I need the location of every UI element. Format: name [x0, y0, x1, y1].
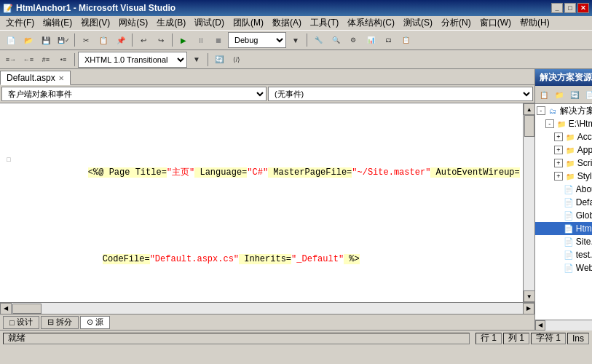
tree-solution-root[interactable]: - 🗂 解决方案'HtmlAnchor1'(1	[535, 104, 592, 117]
scroll-right-button[interactable]: ▶	[523, 303, 534, 314]
object-dropdown[interactable]: 客户端对象和事件	[1, 87, 267, 101]
menu-edit[interactable]: 编辑(E)	[39, 15, 76, 31]
menu-file[interactable]: 文件(F)	[1, 15, 39, 31]
menu-tools[interactable]: 工具(T)	[306, 15, 343, 31]
menu-build[interactable]: 生成(B)	[152, 15, 190, 31]
tree-expand-appdata[interactable]: +	[554, 146, 563, 154]
stop-button[interactable]: ⏹	[210, 32, 226, 48]
minimize-button[interactable]: _	[551, 3, 563, 13]
debug-mode-dropdown[interactable]: Debug	[228, 32, 286, 48]
sol-showfiles-button[interactable]: 📁	[552, 87, 567, 102]
ol-button[interactable]: #≡	[38, 52, 54, 68]
tree-item-account[interactable]: + 📁 Account	[535, 130, 592, 143]
doctype-dropdown[interactable]: XHTML 1.0 Transitional	[78, 52, 187, 68]
vertical-scrollbar[interactable]: ▲ ▼	[523, 103, 534, 302]
tree-project-root[interactable]: - 📁 E:\HtmlAnchor1\	[535, 117, 592, 130]
outdent-button[interactable]: ←≡	[20, 52, 36, 68]
menu-website[interactable]: 网站(S)	[114, 15, 152, 31]
source-view-button[interactable]: ⊙ 源	[80, 316, 110, 329]
code-btn[interactable]: ⟨/⟩	[229, 52, 245, 68]
scroll-track[interactable]	[524, 115, 534, 290]
indent-button[interactable]: ≡→	[3, 52, 19, 68]
h-scroll-track[interactable]	[12, 303, 523, 314]
menu-window[interactable]: 窗口(W)	[475, 15, 516, 31]
sol-properties-button[interactable]: 📋	[537, 87, 551, 102]
sol-scroll-left[interactable]: ◀	[535, 320, 545, 331]
h-scroll-thumb[interactable]	[12, 304, 42, 314]
doctype-arrow[interactable]: ▼	[189, 52, 205, 68]
pause-button[interactable]: ⏸	[193, 32, 209, 48]
save-button[interactable]: 💾	[38, 32, 54, 48]
tree-expand-styles[interactable]: +	[554, 172, 563, 181]
split-view-button[interactable]: ⊟ 拆分	[41, 316, 79, 329]
tree-item-htmlanchor[interactable]: 📄 HtmlAnchor1.aspx	[535, 222, 592, 235]
solution-tree[interactable]: - 🗂 解决方案'HtmlAnchor1'(1 - 📁 E:\HtmlAncho…	[535, 104, 592, 320]
tree-item-default[interactable]: 📄 Default.aspx	[535, 196, 592, 209]
tree-item-scripts[interactable]: + 📁 Scripts	[535, 157, 592, 170]
tb-extra6[interactable]: 📋	[398, 32, 414, 48]
tree-item-test[interactable]: 📄 test.aspx	[535, 248, 592, 261]
refresh-button[interactable]: 🔄	[211, 52, 227, 68]
tb-extra2[interactable]: 🔍	[328, 32, 344, 48]
view-bar: □ 设计 ⊟ 拆分 ⊙ 源	[0, 314, 534, 330]
sol-h-track[interactable]	[545, 320, 592, 331]
scroll-up-button[interactable]: ▲	[524, 103, 534, 115]
tree-item-global[interactable]: 📄 Global.asax	[535, 209, 592, 222]
menu-data[interactable]: 数据(A)	[268, 15, 306, 31]
event-dropdown[interactable]: (无事件)	[268, 87, 533, 101]
tb-extra3[interactable]: ⚙	[345, 32, 361, 48]
solution-h-scrollbar[interactable]: ◀ ▶	[535, 320, 592, 330]
design-view-button[interactable]: □ 设计	[3, 316, 39, 329]
solution-toolbar: 📋 📁 🔄 📄	[535, 86, 592, 104]
tb-extra5[interactable]: 🗂	[380, 32, 396, 48]
tab-default-aspx[interactable]: Default.aspx ✕	[0, 71, 71, 85]
line-expand[interactable]: □	[3, 154, 15, 167]
new-button[interactable]: 📄	[3, 32, 19, 48]
sol-refresh-button[interactable]: 🔄	[567, 87, 582, 102]
code-editor[interactable]: □ <%@ Page Title="主页" Language="C#" Mast…	[0, 103, 523, 302]
close-button[interactable]: ✕	[577, 3, 589, 13]
sol-nested-button[interactable]: 📄	[583, 87, 592, 102]
tree-item-label-global: Global.asax	[576, 210, 592, 221]
paste-button[interactable]: 📌	[113, 32, 129, 48]
tree-item-appdata[interactable]: + 📁 App_Data	[535, 143, 592, 157]
tb-extra4[interactable]: 📊	[363, 32, 379, 48]
file-icon-global: 📄	[563, 210, 575, 221]
tree-expand-project[interactable]: -	[545, 119, 554, 128]
dropdown-arrow[interactable]: ▼	[288, 32, 304, 48]
menu-test[interactable]: 测试(S)	[399, 15, 437, 31]
menu-debug[interactable]: 调试(D)	[190, 15, 229, 31]
menu-view[interactable]: 视图(V)	[76, 15, 114, 31]
menu-analyze[interactable]: 分析(N)	[437, 15, 475, 31]
cut-button[interactable]: ✂	[78, 32, 94, 48]
tree-item-sitemaster[interactable]: 📄 Site.master	[535, 235, 592, 248]
tb-extra1[interactable]: 🔧	[310, 32, 326, 48]
start-button[interactable]: ▶	[175, 32, 192, 48]
horizontal-scrollbar[interactable]: ◀ ▶	[0, 302, 534, 314]
tree-item-about[interactable]: 📄 About.aspx	[535, 183, 592, 196]
tree-expand-solution[interactable]: -	[537, 106, 545, 115]
solution-explorer-header: 解决方案资源管理器 📌 _ ✕	[535, 69, 592, 86]
menu-arch[interactable]: 体系结构(C)	[343, 15, 399, 31]
project-icon: 📁	[556, 119, 567, 129]
tree-expand-account[interactable]: +	[554, 132, 563, 141]
undo-button[interactable]: ↩	[135, 32, 151, 48]
ul-button[interactable]: •≡	[55, 52, 71, 68]
tree-expand-scripts[interactable]: +	[554, 159, 563, 167]
copy-button[interactable]: 📋	[95, 32, 111, 48]
maximize-button[interactable]: □	[564, 3, 576, 13]
col-label: 列 1	[508, 332, 524, 344]
scroll-left-button[interactable]: ◀	[0, 303, 12, 314]
open-button[interactable]: 📂	[20, 32, 36, 48]
scroll-down-button[interactable]: ▼	[524, 290, 534, 302]
tree-item-styles[interactable]: + 📁 Styles	[535, 170, 592, 183]
redo-button[interactable]: ↪	[153, 32, 169, 48]
tree-item-label-appdata: App_Data	[577, 145, 592, 155]
tree-item-webconfig[interactable]: 📄 Web.config	[535, 261, 592, 274]
menu-help[interactable]: 帮助(H)	[516, 15, 554, 31]
code-content: □ <%@ Page Title="主页" Language="C#" Mast…	[0, 103, 523, 302]
save-all-button[interactable]: 💾✓	[55, 32, 71, 48]
tab-close-button[interactable]: ✕	[58, 74, 64, 82]
scroll-thumb[interactable]	[524, 115, 534, 137]
menu-team[interactable]: 团队(M)	[229, 15, 268, 31]
